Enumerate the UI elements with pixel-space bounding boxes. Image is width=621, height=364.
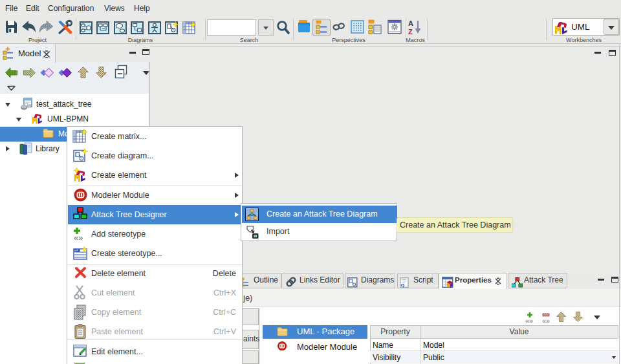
svg-text:«»: «» [525, 317, 533, 325]
svg-text:«»: «» [74, 233, 83, 242]
svg-text:A: A [408, 19, 413, 27]
svg-text:«=: «= [74, 248, 78, 252]
svg-text:«»: «» [542, 317, 550, 325]
svg-text:Z: Z [408, 28, 413, 36]
